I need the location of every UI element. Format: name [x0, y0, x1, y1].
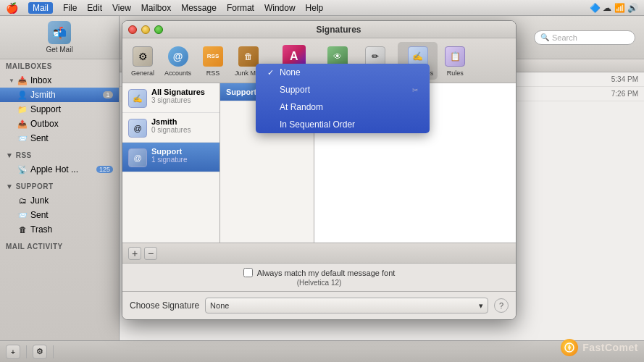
add-signature-button[interactable]: + [128, 247, 141, 260]
menubar: 🍎 Mail File Edit View Mailbox Message Fo… [0, 0, 644, 16]
toolbar-rss-button[interactable]: RSS RSS [197, 42, 229, 80]
none-checkmark-icon: ✓ [267, 68, 274, 77]
get-mail-button[interactable]: 📬 Get Mail [46, 21, 72, 54]
sent-inbox-icon: 📨 [17, 134, 28, 143]
apple-hot-label: Apple Hot ... [30, 164, 93, 174]
sidebar-item-junk[interactable]: 🗂 Junk [0, 193, 119, 208]
sidebar-item-jsmith[interactable]: 👤 Jsmith 1 [0, 88, 119, 102]
inbox-icon: 📥 [17, 76, 28, 85]
sidebar-item-trash[interactable]: 🗑 Trash [0, 222, 119, 237]
mailboxes-header: MAILBOXES [0, 59, 119, 73]
rules-label: Rules [447, 70, 464, 77]
font-match-row: Always match my default message font [243, 268, 396, 277]
all-sig-icon: ✍ [128, 89, 147, 108]
rules-icon-shape: 📋 [445, 46, 465, 67]
sidebar-item-inbox[interactable]: ▼ 📥 Inbox [0, 73, 119, 88]
dock-settings-button[interactable]: ⚙ [33, 345, 47, 359]
junk-icon: 🗂 [17, 196, 28, 205]
junkmail-icon-shape: 🗑 [238, 46, 259, 67]
sig-list-item-all[interactable]: ✍ All Signatures 3 signatures [122, 83, 219, 113]
menubar-edit[interactable]: Edit [87, 3, 102, 13]
jsmith-sig-count: 0 signatures [151, 126, 191, 134]
get-mail-icon: 📬 [48, 21, 71, 44]
inbox-label: Inbox [30, 75, 113, 85]
help-button[interactable]: ? [494, 298, 509, 313]
support-sig-icon: @ [128, 148, 147, 167]
all-sig-count: 3 signatures [151, 96, 205, 104]
sig-bottom-bar: + − [122, 243, 516, 263]
random-option-label: At Random [280, 102, 323, 112]
sidebar-item-sent[interactable]: 📨 Sent [0, 208, 119, 222]
menubar-mail[interactable]: Mail [28, 2, 53, 14]
choose-signature-label: Choose Signature [130, 300, 199, 311]
apple-menu[interactable]: 🍎 [6, 2, 18, 14]
menubar-message[interactable]: Message [181, 3, 217, 13]
font-match-label: Always match my default message font [257, 269, 396, 277]
support-header: ▼ SUPPORT [0, 180, 119, 193]
menubar-file[interactable]: File [63, 3, 77, 13]
dropdown-item-sequential[interactable]: ✓ In Sequential Order [256, 116, 430, 133]
sequential-option-label: In Sequential Order [280, 119, 355, 130]
dock-add-button[interactable]: + [6, 345, 20, 359]
dropdown-menu: ✓ None ✓ Support ✂ ✓ At Random ✓ In Sequ… [256, 64, 430, 133]
trash-label: Trash [30, 224, 113, 235]
sig-font-bar: Always match my default message font (He… [122, 263, 516, 291]
sent-icon: 📨 [17, 211, 28, 219]
support-sig-name: Support [151, 147, 187, 156]
sent-label: Sent [30, 210, 113, 220]
sidebar-item-sent-inbox[interactable]: 📨 Sent [0, 131, 119, 146]
mail-time-1: 5:34 PM [611, 75, 638, 83]
mail-toolbar: 📬 Get Mail [0, 16, 119, 59]
maximize-button[interactable] [154, 25, 163, 34]
minimize-button[interactable] [141, 25, 150, 34]
close-button[interactable] [128, 25, 137, 34]
remove-signature-button[interactable]: − [144, 247, 157, 260]
all-sig-text: All Signatures 3 signatures [151, 88, 205, 104]
font-match-checkbox[interactable] [243, 268, 253, 277]
mail-time-2: 7:26 PM [611, 90, 638, 98]
support-option-label: Support [280, 85, 310, 95]
fastcomet-watermark: FastComet [561, 339, 638, 356]
sidebar-item-apple-hot[interactable]: 📡 Apple Hot ... 125 [0, 162, 119, 177]
dropdown-item-at-random[interactable]: ✓ At Random [256, 98, 430, 116]
menubar-mailbox[interactable]: Mailbox [141, 3, 171, 13]
menubar-help[interactable]: Help [306, 3, 324, 13]
menubar-format[interactable]: Format [227, 3, 254, 13]
choose-signature-dropdown[interactable]: None ▾ [205, 298, 488, 313]
none-option-label: None [280, 67, 301, 77]
search-placeholder: Search [552, 33, 577, 42]
search-box[interactable]: 🔍 Search [534, 30, 635, 45]
support-middle-text: Support [226, 88, 256, 96]
mail-activity-header: MAIL ACTIVITY [0, 240, 119, 253]
sig-list-item-jsmith[interactable]: @ Jsmith 0 signatures [122, 113, 219, 143]
sidebar-item-outbox[interactable]: 📤 Outbox [0, 117, 119, 131]
dock-bar: + ⚙ [0, 340, 644, 362]
menubar-view[interactable]: View [112, 3, 131, 13]
general-label: General [131, 70, 154, 77]
sidebar-item-support[interactable]: 📁 Support [0, 102, 119, 117]
inbox-triangle: ▼ [9, 77, 14, 84]
dropdown-value: None [210, 301, 229, 310]
junk-label: Junk [30, 195, 113, 206]
dropdown-arrow-icon: ▾ [479, 301, 483, 311]
outbox-label: Outbox [30, 119, 113, 129]
toolbar-accounts-button[interactable]: @ Accounts [160, 42, 196, 80]
outbox-icon: 📤 [17, 119, 28, 128]
font-hint: (Helvetica 12) [297, 279, 342, 287]
dropdown-item-none[interactable]: ✓ None [256, 64, 430, 81]
all-sig-name: All Signatures [151, 88, 205, 96]
menubar-window[interactable]: Window [264, 3, 296, 13]
toolbar-rules-button[interactable]: 📋 Rules [439, 42, 471, 80]
toolbar-general-button[interactable]: ⚙ General [127, 42, 159, 80]
jsmith-sig-name: Jsmith [151, 117, 191, 126]
dropdown-item-support[interactable]: ✓ Support ✂ [256, 81, 430, 98]
rss-label: RSS [206, 70, 220, 77]
mail-sidebar: 📬 Get Mail MAILBOXES ▼ 📥 Inbox 👤 Jsmith … [0, 16, 120, 362]
dock-separator-2 [53, 345, 54, 358]
apple-hot-icon: 📡 [17, 165, 28, 174]
jsmith-sig-text: Jsmith 0 signatures [151, 117, 191, 134]
general-icon-shape: ⚙ [133, 46, 153, 67]
sig-list-item-support[interactable]: @ Support 1 signature [122, 143, 219, 172]
sig-choose-bar: Choose Signature None ▾ ? [122, 291, 516, 319]
rss-icon: RSS [201, 45, 225, 68]
